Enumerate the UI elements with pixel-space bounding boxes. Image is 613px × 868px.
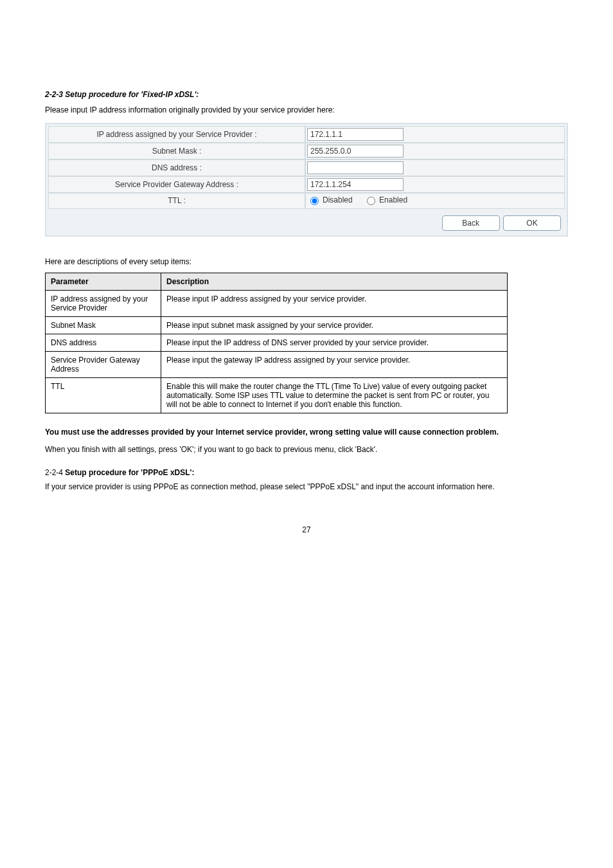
post-note: When you finish with all settings, press…	[45, 444, 568, 456]
ip-address-input[interactable]	[307, 128, 404, 141]
desc-header-param: Parameter	[46, 273, 161, 291]
subnet-mask-label: Subnet Mask :	[48, 143, 305, 159]
fixed-ip-form: IP address assigned by your Service Prov…	[45, 123, 568, 237]
dns-address-input[interactable]	[307, 161, 404, 174]
section-heading: 2-2-3 Setup procedure for 'Fixed-IP xDSL…	[45, 90, 568, 99]
desc-cell: Please input the IP address of DNS serve…	[161, 334, 508, 352]
desc-cell: Please input subnet mask assigned by you…	[161, 317, 508, 334]
table-row: Subnet Mask Please input subnet mask ass…	[46, 317, 508, 334]
page-number: 27	[45, 525, 568, 534]
dns-address-label: DNS address :	[48, 159, 305, 176]
table-row: IP address assigned by your Service Prov…	[46, 291, 508, 317]
desc-cell: Please input IP address assigned by your…	[161, 291, 508, 317]
pppoe-heading: 2-2-4 Setup procedure for 'PPPoE xDSL':	[45, 468, 568, 477]
ttl-disabled-option[interactable]: Disabled	[307, 195, 353, 205]
description-table: Parameter Description IP address assigne…	[45, 273, 508, 413]
ttl-disabled-text: Disabled	[323, 195, 353, 204]
table-row: DNS address Please input the IP address …	[46, 334, 508, 352]
subnet-mask-input[interactable]	[307, 145, 404, 158]
pppoe-heading-num: 2-2-4	[45, 468, 65, 477]
back-button[interactable]: Back	[442, 215, 500, 231]
ttl-enabled-option[interactable]: Enabled	[364, 195, 407, 205]
desc-cell: Enable this will make the router change …	[161, 378, 508, 413]
table-row: Service Provider Gateway Address Please …	[46, 352, 508, 378]
ttl-disabled-radio[interactable]	[310, 197, 319, 205]
ip-address-label: IP address assigned by your Service Prov…	[48, 126, 305, 143]
param-cell: DNS address	[46, 334, 161, 352]
table-row: TTL Enable this will make the router cha…	[46, 378, 508, 413]
pppoe-heading-lead: Setup procedure for 'PPPoE xDSL':	[65, 468, 194, 477]
gateway-address-label: Service Provider Gateway Address :	[48, 176, 305, 193]
ttl-enabled-text: Enabled	[379, 195, 407, 204]
section-intro: Please input IP address information orig…	[45, 104, 568, 116]
param-cell: Subnet Mask	[46, 317, 161, 334]
ttl-enabled-radio[interactable]	[367, 197, 375, 205]
ok-button[interactable]: OK	[503, 215, 561, 231]
note-paragraph: You must use the addresses provided by y…	[45, 426, 568, 439]
gateway-address-input[interactable]	[307, 178, 404, 191]
desc-header-desc: Description	[161, 273, 508, 291]
pppoe-para: If your service provider is using PPPoE …	[45, 481, 568, 493]
desc-intro: Here are descriptions of every setup ite…	[45, 256, 568, 268]
note-bold: You must use the addresses provided by y…	[45, 428, 499, 437]
param-cell: IP address assigned by your Service Prov…	[46, 291, 161, 317]
param-cell: TTL	[46, 378, 161, 413]
ttl-label: TTL :	[48, 193, 305, 209]
param-cell: Service Provider Gateway Address	[46, 352, 161, 378]
desc-cell: Please input the gateway IP address assi…	[161, 352, 508, 378]
